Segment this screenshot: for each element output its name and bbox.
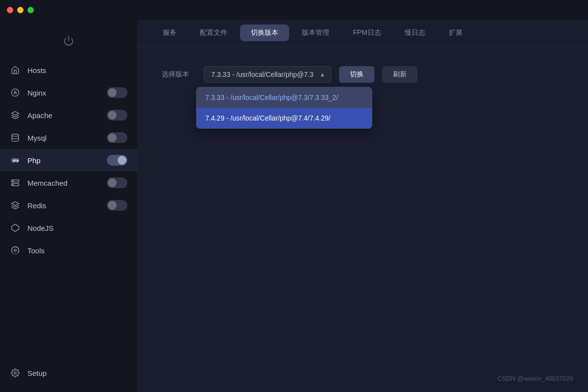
- power-btn-area: [0, 24, 137, 59]
- mysql-icon: [10, 132, 21, 143]
- content-body: 选择版本 7.3.33 - /usr/local/Cellar/php@7.3/…: [137, 47, 588, 392]
- sidebar-label-nginx: Nginx: [27, 89, 100, 97]
- version-select[interactable]: 7.3.33 - /usr/local/Cellar/php@7.3/7.3.3…: [204, 66, 331, 83]
- sidebar-item-php[interactable]: php Php: [0, 149, 137, 172]
- tab-version-mgmt[interactable]: 版本管理: [291, 24, 340, 41]
- sidebar-label-redis: Redis: [27, 201, 100, 210]
- version-row: 选择版本 7.3.33 - /usr/local/Cellar/php@7.3/…: [162, 66, 564, 83]
- svg-marker-9: [12, 202, 19, 206]
- tab-bar: 服务 配置文件 切换版本 版本管理 FPM日志 慢日志 扩展: [137, 20, 588, 47]
- memcached-icon: [10, 177, 21, 188]
- footer-credit: CSDN @weixin_40037026: [497, 375, 573, 382]
- refresh-button[interactable]: 刷新: [382, 66, 417, 83]
- svg-text:php: php: [13, 159, 19, 163]
- setup-label: Setup: [27, 369, 127, 377]
- content-area: 服务 配置文件 切换版本 版本管理 FPM日志 慢日志 扩展 选择版本 7.3.…: [137, 20, 588, 392]
- sidebar: Hosts Nginx: [0, 20, 137, 392]
- sidebar-label-php: Php: [27, 156, 100, 165]
- sidebar-label-nodejs: NodeJS: [27, 224, 127, 232]
- sidebar-item-nodejs[interactable]: NodeJS: [0, 217, 137, 239]
- version-select-wrapper: 7.3.33 - /usr/local/Cellar/php@7.3/7.3.3…: [204, 66, 331, 83]
- tools-icon: [10, 245, 21, 256]
- sidebar-item-nginx[interactable]: Nginx: [0, 81, 137, 104]
- sidebar-item-tools[interactable]: Tools: [0, 239, 137, 262]
- nginx-icon: [10, 87, 21, 98]
- sidebar-item-apache[interactable]: Apache: [0, 104, 137, 126]
- apache-icon: [10, 110, 21, 121]
- svg-marker-10: [12, 224, 19, 232]
- svg-point-7: [13, 181, 14, 182]
- main-layout: Hosts Nginx: [0, 20, 588, 392]
- sidebar-item-hosts[interactable]: Hosts: [0, 59, 137, 81]
- sidebar-item-setup[interactable]: Setup: [10, 362, 127, 384]
- tab-config[interactable]: 配置文件: [189, 24, 238, 41]
- svg-point-11: [14, 249, 17, 252]
- sidebar-label-tools: Tools: [27, 246, 127, 255]
- svg-point-8: [13, 184, 14, 185]
- redis-toggle[interactable]: [107, 200, 127, 211]
- switch-button[interactable]: 切换: [339, 66, 374, 83]
- dropdown-item-v7333[interactable]: 7.3.33 - /usr/local/Cellar/php@7.3/7.3.3…: [196, 87, 372, 108]
- maximize-button[interactable]: [27, 7, 34, 13]
- sidebar-label-mysql: Mysql: [27, 134, 100, 142]
- close-button[interactable]: [7, 7, 13, 13]
- tab-slow-log[interactable]: 慢日志: [394, 24, 436, 41]
- minimize-button[interactable]: [17, 7, 24, 13]
- tab-fpm-log[interactable]: FPM日志: [342, 24, 392, 41]
- sidebar-item-memcached[interactable]: Memcached: [0, 172, 137, 194]
- php-toggle[interactable]: [107, 155, 127, 166]
- apache-toggle[interactable]: [107, 110, 127, 121]
- memcached-toggle[interactable]: [107, 177, 127, 188]
- sidebar-label-hosts: Hosts: [27, 66, 127, 74]
- version-dropdown: 7.3.33 - /usr/local/Cellar/php@7.3/7.3.3…: [196, 87, 372, 129]
- sidebar-items: Hosts Nginx: [0, 59, 137, 354]
- tab-switch-version[interactable]: 切换版本: [240, 24, 289, 41]
- redis-icon: [10, 200, 21, 211]
- version-label: 选择版本: [162, 70, 196, 79]
- nodejs-icon: [10, 222, 21, 233]
- sidebar-footer: Setup: [0, 354, 137, 392]
- svg-point-13: [14, 372, 17, 374]
- sidebar-item-mysql[interactable]: Mysql: [0, 126, 137, 149]
- mysql-toggle[interactable]: [107, 132, 127, 143]
- setup-icon: [10, 368, 21, 378]
- hosts-icon: [10, 65, 21, 75]
- php-icon: php: [10, 155, 21, 166]
- sidebar-label-memcached: Memcached: [27, 179, 100, 187]
- nginx-toggle[interactable]: [107, 87, 127, 98]
- sidebar-item-redis[interactable]: Redis: [0, 194, 137, 217]
- svg-point-2: [12, 134, 19, 137]
- tab-services[interactable]: 服务: [152, 24, 187, 41]
- sidebar-label-apache: Apache: [27, 111, 100, 120]
- power-button[interactable]: [59, 31, 78, 50]
- titlebar: [0, 0, 588, 20]
- tab-extend[interactable]: 扩展: [438, 24, 473, 41]
- dropdown-item-v7429[interactable]: 7.4.29 - /usr/local/Cellar/php@7.4/7.4.2…: [196, 108, 372, 128]
